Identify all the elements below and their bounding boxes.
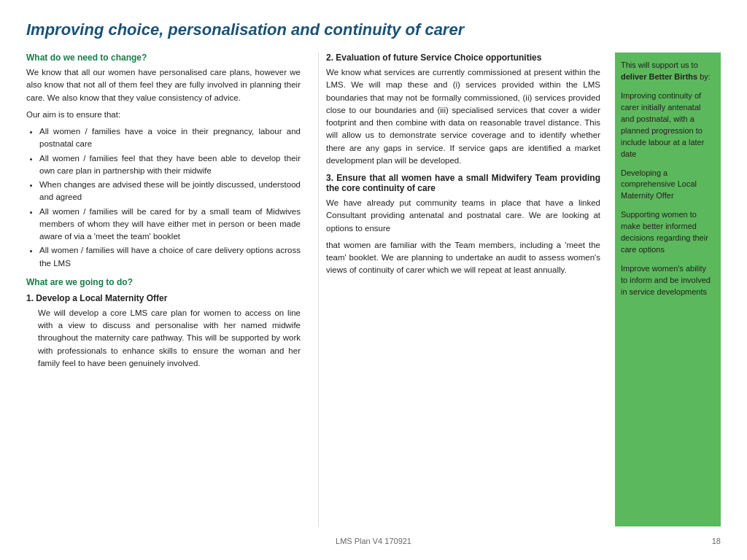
- item2-title-text: Evaluation of future Service Choice oppo…: [336, 52, 541, 63]
- left-para2: Our aim is to ensure that:: [26, 109, 301, 121]
- heading-going-to-do: What are we going to do?: [26, 277, 301, 287]
- heading-what-to-change: What do we need to change?: [26, 52, 301, 63]
- right-item-2: Developing a comprehensive Local Materni…: [621, 168, 715, 203]
- left-para1: We know that all our women have personal…: [26, 66, 301, 104]
- footer-page: 18: [692, 537, 721, 545]
- item1-title: 1. Develop a Local Maternity Offer: [26, 293, 301, 303]
- middle-column: 2. Evaluation of future Service Choice o…: [318, 52, 605, 526]
- footer-left: [26, 537, 55, 545]
- bullet-item: All women / families have a voice in the…: [39, 125, 301, 151]
- page-title: Improving choice, personalisation and co…: [26, 20, 721, 39]
- bullet-item: All women / families feel that they have…: [39, 152, 301, 178]
- item3-body1: We have already put community teams in p…: [326, 197, 600, 235]
- left-column: What do we need to change? We know that …: [26, 52, 308, 526]
- bullet-list: All women / families have a voice in the…: [34, 125, 301, 270]
- right-item-1: Improving continuity of carer initially …: [621, 90, 715, 160]
- bullet-item: All women / families will have a choice …: [39, 244, 301, 270]
- footer-center: LMS Plan V4 170921: [55, 537, 692, 545]
- item3-title: 3. Ensure that all women have a small Mi…: [326, 173, 600, 193]
- bullet-item: When changes are advised these will be j…: [39, 179, 301, 204]
- right-column: This will support us to deliver Better B…: [615, 52, 721, 526]
- item3-body2: that women are familiar with the Team me…: [326, 239, 600, 277]
- content-area: What do we need to change? We know that …: [26, 52, 721, 526]
- item2-title: 2. Evaluation of future Service Choice o…: [326, 52, 600, 63]
- right-intro: This will support us to deliver Better B…: [621, 60, 715, 83]
- page: Improving choice, personalisation and co…: [0, 0, 747, 560]
- item2-body: We know what services are currently comm…: [326, 66, 600, 167]
- item3-title-text: Ensure that all women have a small Midwi…: [326, 173, 600, 193]
- right-item-4: Improve women's ability to inform and be…: [621, 263, 715, 298]
- right-item-3: Supporting women to make better informed…: [621, 209, 715, 256]
- bullet-item: All women / families will be cared for b…: [39, 206, 301, 244]
- item3-num: 3.: [326, 173, 336, 183]
- item1-body: We will develop a core LMS care plan for…: [38, 307, 301, 370]
- item2-num: 2.: [326, 52, 336, 63]
- footer: LMS Plan V4 170921 18: [26, 534, 721, 545]
- deliver-text: deliver Better Births: [621, 72, 697, 81]
